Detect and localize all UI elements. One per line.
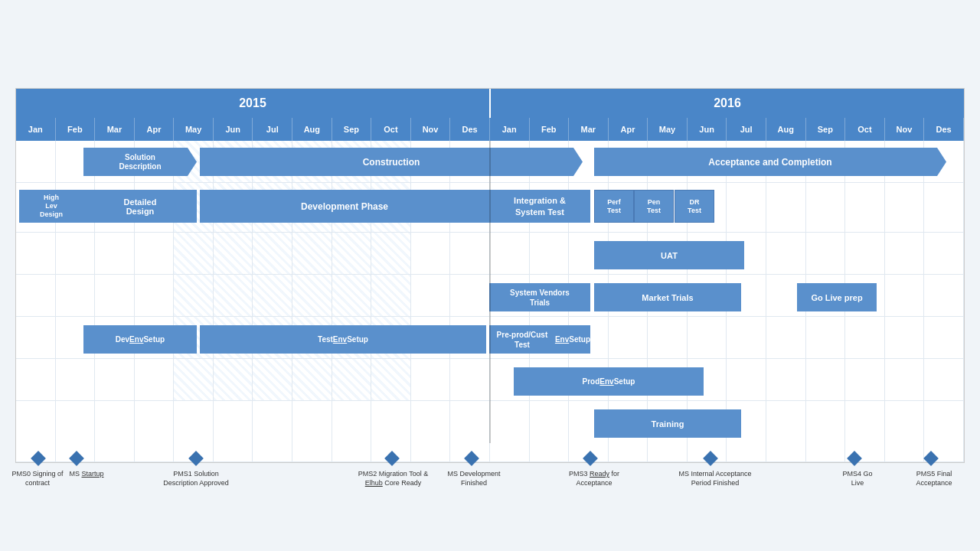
- month-aug-2016: Aug: [766, 118, 806, 141]
- milestone-ms-startup-label: MS Startup: [56, 470, 117, 479]
- row-design-dev: [16, 183, 964, 233]
- gantt-body: SolutionDescription Construction Accepta…: [16, 141, 964, 462]
- month-nov-2016: Nov: [885, 118, 925, 141]
- row-env-setup: [16, 317, 964, 359]
- month-apr-2016: Apr: [609, 118, 648, 141]
- row-prod-training: [16, 359, 964, 401]
- month-oct-2015: Oct: [371, 118, 411, 141]
- month-jun-2016: Jun: [688, 118, 727, 141]
- month-jan-2015: Jan: [16, 118, 56, 141]
- month-may-2015: May: [174, 118, 214, 141]
- month-oct-2016: Oct: [845, 118, 885, 141]
- milestone-ms-dev-label: MS DevelopmentFinished: [439, 470, 509, 487]
- month-sep-2016: Sep: [806, 118, 846, 141]
- month-sep-2015: Sep: [332, 118, 372, 141]
- year-header-row: 2015 2016: [16, 89, 964, 118]
- month-des-2015: Des: [450, 118, 490, 141]
- month-jul-2016: Jul: [727, 118, 766, 141]
- month-jun-2015: Jun: [214, 118, 253, 141]
- milestone-pms4-label: PMS4 GoLive: [831, 470, 884, 487]
- month-des-2016: Des: [924, 118, 964, 141]
- row-main-phases: [16, 141, 964, 183]
- milestone-row-bg: [16, 401, 964, 462]
- milestone-ms-internal-label: MS Internal AcceptancePeriod Finished: [675, 470, 756, 487]
- month-jan-2016: Jan: [490, 118, 530, 141]
- milestone-pms0-label: PMS0 Signing ofcontract: [7, 470, 68, 487]
- month-nov-2015: Nov: [411, 118, 451, 141]
- milestone-pms1-label: PMS1 SolutionDescription Approved: [158, 470, 234, 487]
- month-feb-2016: Feb: [530, 118, 570, 141]
- month-header-row: Jan Feb Mar Apr May Jun Jul Aug Sep Oct …: [16, 118, 964, 141]
- month-jul-2015: Jul: [253, 118, 292, 141]
- milestone-pms3-label: PMS3 Ready forAcceptance: [560, 470, 629, 487]
- gantt-chart: 2015 2016 Jan Feb Mar Apr May Jun Jul Au…: [15, 88, 965, 463]
- milestone-pms5-label: PMS5 FinalAcceptance: [900, 470, 968, 487]
- month-may-2016: May: [648, 118, 688, 141]
- row-trials: [16, 275, 964, 317]
- month-apr-2015: Apr: [135, 118, 175, 141]
- milestone-pms2-label: PMS2 Migration Tool &Elhub Core Ready: [349, 470, 437, 487]
- row-uat: [16, 233, 964, 275]
- year-2016: 2016: [491, 89, 964, 118]
- year-2015: 2015: [16, 89, 491, 118]
- month-mar-2016: Mar: [569, 118, 609, 141]
- month-feb-2015: Feb: [56, 118, 96, 141]
- month-aug-2015: Aug: [292, 118, 332, 141]
- month-mar-2015: Mar: [95, 118, 135, 141]
